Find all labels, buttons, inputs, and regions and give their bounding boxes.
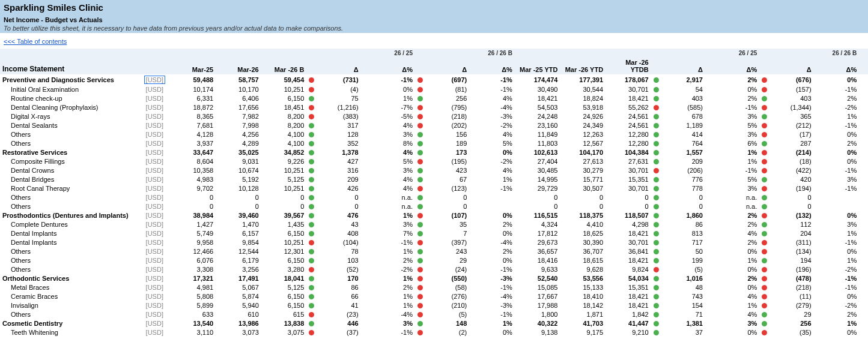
status-dot-green-icon xyxy=(654,123,659,128)
cell: 38,984 xyxy=(171,211,216,220)
cell xyxy=(415,265,424,274)
col-top-4 xyxy=(261,49,307,58)
cell: 36,707 xyxy=(560,247,605,256)
cell: 30,390 xyxy=(560,238,605,247)
cell: 112 xyxy=(768,220,814,229)
cell xyxy=(859,220,868,229)
row-label: Others xyxy=(0,256,139,265)
col-12: Mar -25 YTD xyxy=(515,58,560,74)
table-row: Routine check-up[USD]6,3316,4066,150751%… xyxy=(0,94,868,103)
cell: 4,289 xyxy=(216,139,261,148)
cell: 0% xyxy=(469,256,515,265)
col-1 xyxy=(139,58,171,74)
cell xyxy=(306,337,315,339)
status-dot-green-icon xyxy=(309,321,314,326)
cell xyxy=(651,166,660,175)
cell: 1% xyxy=(814,112,860,121)
cell xyxy=(361,94,370,103)
col-top-2 xyxy=(171,49,216,58)
status-dot-green-icon xyxy=(654,204,659,209)
row-label: Prosthodontics (Dentures and Implants) xyxy=(0,211,139,220)
cell xyxy=(361,337,370,339)
status-dot-green-icon xyxy=(654,303,659,308)
status-dot-red-icon xyxy=(417,186,423,191)
cell: 4% xyxy=(369,121,415,130)
cell: 3,937 xyxy=(171,139,216,148)
toc-link[interactable]: <<< Table of contents xyxy=(4,38,67,45)
cell: 30,701 xyxy=(605,238,651,247)
cell: 1% xyxy=(469,337,515,339)
cell xyxy=(651,319,660,328)
status-dot-green-icon xyxy=(417,132,423,137)
cell xyxy=(705,265,714,274)
status-dot-green-icon xyxy=(417,204,423,209)
cell: 0% xyxy=(714,247,760,256)
cell xyxy=(759,94,768,103)
status-dot-red-icon xyxy=(417,294,423,299)
cell: 0% xyxy=(469,148,515,157)
cell xyxy=(415,184,424,193)
row-label: Restorative Services xyxy=(0,148,139,157)
cell: 1% xyxy=(714,301,760,310)
status-dot-green-icon xyxy=(654,213,659,218)
col-top-16 xyxy=(660,49,705,58)
cell: 0 xyxy=(560,202,605,211)
table-row: Metal Braces[USD]4,9815,0675,125862%(58)… xyxy=(0,283,868,292)
col-3: Mar-26 xyxy=(216,58,261,74)
col-top-22 xyxy=(859,49,868,58)
status-dot-green-icon xyxy=(762,141,767,146)
cell: 55,262 xyxy=(605,103,651,112)
cell: 3% xyxy=(714,337,760,339)
cell xyxy=(361,238,370,247)
cell: (279) xyxy=(768,301,814,310)
cell: 3,256 xyxy=(216,265,261,274)
col-top-5 xyxy=(306,49,315,58)
cell: 717 xyxy=(660,238,705,247)
cell: 2% xyxy=(369,256,415,265)
cell: 9,958 xyxy=(171,238,216,247)
status-dot-green-icon xyxy=(762,258,767,263)
cell: 243 xyxy=(424,247,470,256)
cell: 8,365 xyxy=(171,112,216,121)
cell: 12,466 xyxy=(171,247,216,256)
status-dot-red-icon xyxy=(762,159,767,164)
cell: 0% xyxy=(714,328,760,337)
table-header: 26 / 2526 / 26 B26 / 2526 / 26 B Income … xyxy=(0,49,868,74)
cell: 41 xyxy=(315,301,361,310)
cell xyxy=(306,301,315,310)
cell: 7,735 xyxy=(216,337,261,339)
cell xyxy=(859,148,868,157)
status-dot-green-icon xyxy=(309,213,314,218)
cell xyxy=(361,139,370,148)
cell: 0% xyxy=(814,74,860,85)
cell: 403 xyxy=(660,94,705,103)
cell: -1% xyxy=(469,283,515,292)
cell: -4% xyxy=(369,310,415,319)
cell: 615 xyxy=(261,310,307,319)
cell: 408 xyxy=(315,229,361,238)
cell xyxy=(705,247,714,256)
row-label: Others xyxy=(0,247,139,256)
col-9 xyxy=(415,58,424,74)
cell: 5,067 xyxy=(216,283,261,292)
cell xyxy=(361,166,370,175)
cell xyxy=(859,247,868,256)
cell: 12,567 xyxy=(560,139,605,148)
cell: 0% xyxy=(714,85,760,94)
status-dot-green-icon xyxy=(762,177,767,182)
cell: 24,926 xyxy=(560,112,605,121)
status-dot-red-icon xyxy=(309,312,314,317)
cell: 3% xyxy=(369,166,415,175)
cell: 7,982 xyxy=(216,112,261,121)
cell xyxy=(759,310,768,319)
cell: 5,899 xyxy=(171,301,216,310)
cell xyxy=(415,148,424,157)
cell: (383) xyxy=(315,112,361,121)
cell xyxy=(705,292,714,301)
col-top-6 xyxy=(315,49,361,58)
currency-cell: [USD] xyxy=(139,184,171,193)
cell xyxy=(415,328,424,337)
table-row: Others[USD]6,0766,1796,1501032%290%18,41… xyxy=(0,256,868,265)
cell: (1,216) xyxy=(315,103,361,112)
cell xyxy=(705,211,714,220)
